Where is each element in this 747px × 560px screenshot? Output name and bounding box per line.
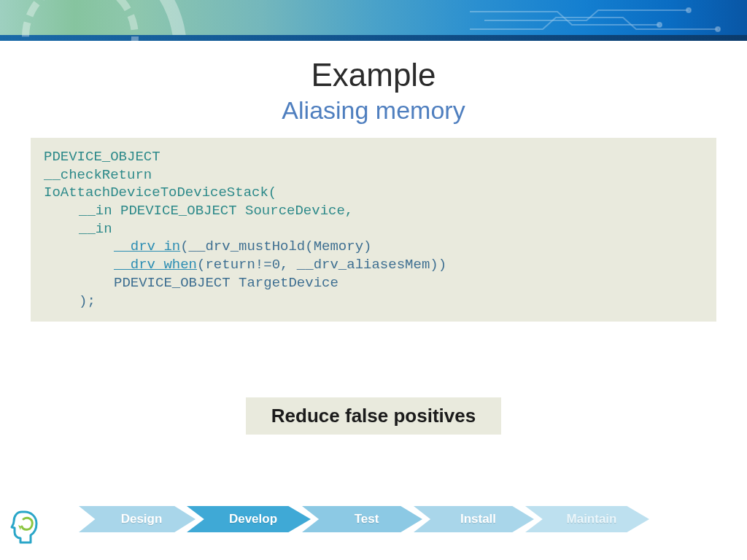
slide-subtitle: Aliasing memory: [0, 96, 747, 125]
code-line: __in: [44, 220, 112, 238]
flow-step-test: Test: [302, 503, 422, 535]
svg-marker-8: [18, 525, 21, 530]
flow-step-maintain: Maintain: [525, 503, 649, 535]
flow-step-label: Design: [121, 512, 163, 526]
title-area: Example Aliasing memory: [0, 57, 747, 125]
flow-step-label: Develop: [229, 512, 277, 526]
flow-step-label: Test: [355, 512, 379, 526]
code-line: (return!=0, __drv_aliasesMem)): [197, 257, 446, 273]
slide-title: Example: [0, 57, 747, 93]
circuit-lines-icon: [470, 4, 725, 36]
code-line: (__drv_mustHold(Memory): [180, 238, 371, 254]
flow-step-install: Install: [414, 503, 534, 535]
code-block: PDEVICE_OBJECT __checkReturn IoAttachDev…: [31, 138, 716, 322]
svg-point-2: [716, 27, 720, 31]
top-banner: [0, 0, 747, 41]
svg-point-1: [686, 8, 691, 12]
highlight-text: Reduce false positives: [271, 405, 476, 427]
highlight-box: Reduce false positives: [246, 397, 501, 435]
code-line: PDEVICE_OBJECT: [44, 149, 160, 165]
code-keyword: __drv_when: [114, 257, 197, 273]
code-line: __in PDEVICE_OBJECT SourceDevice,: [44, 202, 353, 220]
code-line: __checkReturn: [44, 167, 152, 183]
flow-step-label: Install: [460, 512, 496, 526]
flow-step-develop: Develop: [187, 503, 311, 535]
logo-head-icon: [10, 509, 41, 544]
process-flow: Design Develop Test Install Maintain: [88, 503, 649, 535]
svg-point-0: [657, 23, 662, 27]
code-line: );: [44, 292, 96, 311]
flow-step-label: Maintain: [567, 512, 617, 526]
code-keyword: __drv_in: [114, 238, 180, 254]
flow-step-design: Design: [79, 503, 196, 535]
code-line: PDEVICE_OBJECT TargetDevice: [44, 274, 338, 292]
code-line: IoAttachDeviceToDeviceStack(: [44, 184, 276, 201]
